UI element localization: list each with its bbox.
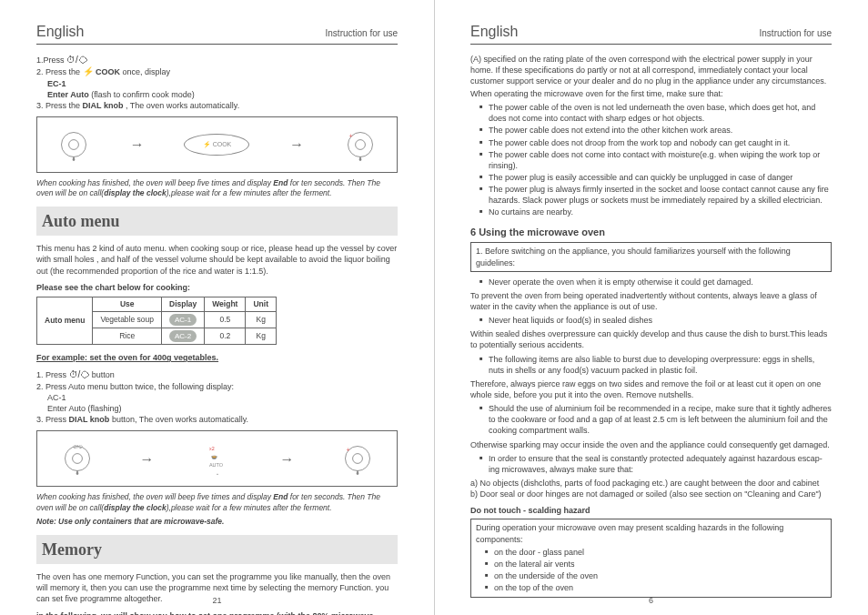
scalding-list: on the door - glass panel on the lateral… bbox=[476, 547, 826, 594]
example-line: For example: set the oven for 400g veget… bbox=[36, 352, 398, 363]
cook-label: COOK bbox=[96, 67, 120, 76]
arrow-icon: → bbox=[289, 135, 304, 155]
list-item: on the underside of the oven bbox=[485, 570, 826, 581]
svg-point-1 bbox=[68, 140, 78, 150]
list-item: Never heat liquids or food(s) in sealed … bbox=[479, 315, 832, 326]
safe-note: Note: Use only containers that are micro… bbox=[36, 517, 398, 527]
knob-icon bbox=[57, 128, 90, 161]
arrow-icon: → bbox=[280, 449, 295, 469]
svg-text:🍲: 🍲 bbox=[210, 454, 217, 460]
page-left: English Instruction for use 1.Press ⏱/◯ … bbox=[0, 0, 434, 615]
bullet-seal: In order to ensure that the seal is cons… bbox=[470, 453, 832, 475]
table-rowheader: Auto menu bbox=[37, 297, 93, 344]
bullet-empty: Never operate the oven when it is empty … bbox=[470, 277, 832, 287]
knob-press-icon: + bbox=[341, 442, 374, 475]
item-b: b) Door seal or door hinges are not dama… bbox=[470, 489, 832, 499]
memory-lead: in the following, we will show you how t… bbox=[36, 610, 398, 615]
para-sparking: Otherwise sparking may occur inside the … bbox=[470, 439, 832, 450]
para-pierce: Therefore, always pierce raw eggs on two… bbox=[470, 378, 832, 400]
list-item: The following items are also liable to b… bbox=[479, 354, 832, 376]
list-item: on the top of the oven bbox=[485, 582, 826, 593]
list-item: In order to ensure that the seal is cons… bbox=[479, 453, 832, 475]
auto-steps: 1. Press ⏱/◯ button 2. Press Auto menu b… bbox=[36, 368, 398, 425]
knob-press-icon: + bbox=[344, 128, 377, 161]
lightning-icon: ⚡ bbox=[83, 66, 94, 76]
item-a: a) No objects (dishcloths, parts of food… bbox=[470, 478, 832, 489]
list-item: The power cable does not come into conta… bbox=[479, 149, 832, 171]
auto-menu-heading: Auto menu bbox=[36, 207, 398, 236]
clock-icon: ⏱/◯ bbox=[69, 369, 90, 379]
guideline-box: 1. Before switching on the appliance, yo… bbox=[470, 242, 832, 271]
svg-point-6 bbox=[72, 454, 82, 464]
auto-intro: This menu has 2 kind of auto menu. when … bbox=[36, 243, 398, 276]
cooking-table: Auto menu Use Display Weight Unit Vegeta… bbox=[36, 297, 277, 345]
header-instruction: Instruction for use bbox=[326, 27, 398, 40]
arrow-icon: → bbox=[130, 135, 145, 155]
scalding-heading: Do not touch - scalding hazard bbox=[470, 505, 832, 516]
list-item: Should the use of aluminium foil be reco… bbox=[479, 403, 832, 436]
firsttime-lead: When operating the microwave oven for th… bbox=[470, 88, 832, 99]
para-overpressure: Within sealed dishes overpressure can qu… bbox=[470, 328, 832, 350]
svg-text:+: + bbox=[346, 446, 349, 454]
svg-point-0 bbox=[61, 133, 86, 157]
scalding-box: During operation your microwave oven may… bbox=[470, 519, 832, 598]
svg-point-3 bbox=[356, 140, 366, 150]
list-item: The power plug is always firmly inserted… bbox=[479, 184, 832, 206]
intro-para: (A) specified on the rating plate of the… bbox=[470, 54, 832, 86]
list-item: The power cable does not droop from the … bbox=[479, 137, 832, 148]
list-item: on the lateral air vents bbox=[485, 559, 826, 570]
bullet-sealed: Never heat liquids or food(s) in sealed … bbox=[470, 315, 832, 326]
cook-button-icon: ⚡ COOK bbox=[184, 134, 249, 156]
illustration-cook: → ⚡ COOK → + bbox=[36, 116, 398, 173]
memory-heading: Memory bbox=[36, 535, 398, 564]
page-number: 21 bbox=[0, 595, 434, 606]
list-item: No curtains are nearby. bbox=[479, 207, 832, 217]
header-lang: English bbox=[36, 22, 84, 42]
header-lang: English bbox=[470, 22, 518, 42]
list-item: The power plug is easily accessible and … bbox=[479, 172, 832, 183]
header-instruction: Instruction for use bbox=[760, 27, 832, 40]
svg-text:+: + bbox=[348, 132, 352, 140]
cook-end-note: When cooking has finished, the oven will… bbox=[36, 178, 398, 199]
bullet-foil: Should the use of aluminium foil be reco… bbox=[470, 403, 832, 436]
auto-button-icon: x2🍲AUTO bbox=[201, 442, 234, 475]
svg-point-5 bbox=[65, 447, 89, 471]
svg-text:x2: x2 bbox=[209, 446, 215, 451]
display-ac1: AC-1 bbox=[36, 392, 398, 403]
arrow-icon: → bbox=[140, 449, 155, 469]
section-6-heading: 6 Using the microwave oven bbox=[470, 226, 832, 239]
para-water: To prevent the oven from being operated … bbox=[470, 290, 832, 312]
list-item: The power cable of the oven is not led u… bbox=[479, 102, 832, 124]
page-header: English Instruction for use bbox=[36, 22, 398, 45]
svg-text:AUTO: AUTO bbox=[209, 462, 223, 468]
svg-point-12 bbox=[352, 454, 362, 464]
clock-icon: ⏱/◯ bbox=[66, 55, 87, 65]
svg-text:⏱/◯: ⏱/◯ bbox=[72, 445, 83, 450]
page-right: English Instruction for use (A) specifie… bbox=[434, 0, 868, 615]
list-item: Never operate the oven when it is empty … bbox=[479, 277, 832, 287]
display-ec1: EC-1 bbox=[36, 78, 398, 89]
chart-label: Please see the chart below for cooking: bbox=[36, 282, 398, 293]
bullet-burst: The following items are also liable to b… bbox=[470, 354, 832, 376]
knob-icon: ⏱/◯ bbox=[61, 442, 94, 475]
list-item: on the door - glass panel bbox=[485, 547, 826, 558]
list-item: The power cable does not extend into the… bbox=[479, 125, 832, 136]
page-header: English Instruction for use bbox=[470, 22, 832, 45]
cook-steps: 1.Press ⏱/◯ 2. Press the ⚡ COOK once, di… bbox=[36, 54, 398, 111]
scalding-lead: During operation your microwave oven may… bbox=[476, 522, 826, 544]
auto-end-note: When cooking has finished, the oven will… bbox=[36, 492, 398, 513]
page-number: 6 bbox=[434, 595, 868, 606]
illustration-auto: ⏱/◯ → x2🍲AUTO → + bbox=[36, 430, 398, 487]
safety-list-1: The power cable of the oven is not led u… bbox=[470, 102, 832, 217]
